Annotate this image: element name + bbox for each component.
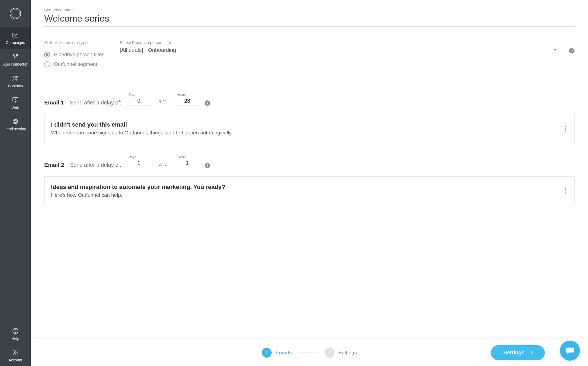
sidebar-item-lead-scoring[interactable]: Lead scoring <box>0 113 31 135</box>
step-number: 2 <box>325 348 334 358</box>
step-number: 1 <box>262 348 272 358</box>
content: Sequence name Select recipients type Pip… <box>31 0 588 366</box>
sidebar-item-label: App connector <box>3 62 28 66</box>
outfunnel-logo-icon <box>10 8 21 19</box>
filter-value: [All deals] - Onboarding <box>120 47 176 53</box>
delay-help-icon[interactable]: ? <box>205 100 210 106</box>
radio-pipedrive-filter[interactable]: Pipedrive person filter <box>44 52 104 57</box>
sidebar-item-label: Help <box>12 336 19 341</box>
email-preview: Whenever someone signs up to Outfunnel, … <box>51 130 558 136</box>
help-icon <box>12 327 19 335</box>
filter-help-icon[interactable]: ? <box>569 48 575 53</box>
main: Sequence name Select recipients type Pip… <box>31 0 588 366</box>
sidebar-item-help[interactable]: Help <box>0 323 31 344</box>
email-block-1: Email 1 Send after a delay of: Days and … <box>44 93 575 143</box>
email-block-2: Email 2 Send after a delay of: Days and … <box>44 155 575 205</box>
sidebar-item-label: Campaigns <box>6 40 25 45</box>
sidebar-item-label: Lead scoring <box>5 127 26 131</box>
sidebar-item-label: Contacts <box>8 84 23 88</box>
email-1-days-input[interactable] <box>127 97 151 106</box>
sequence-name-label: Sequence name <box>44 8 575 12</box>
sidebar-item-web[interactable]: Web <box>0 92 31 113</box>
svg-point-9 <box>14 120 17 123</box>
email-2-hours-input[interactable] <box>176 160 199 168</box>
filter-label: Select Pipedrive person filter <box>120 40 575 45</box>
svg-point-12 <box>15 352 16 354</box>
send-after-label: Send after a delay of: <box>70 162 121 168</box>
next-settings-button[interactable]: Settings <box>491 345 545 360</box>
step-label: Emails <box>275 350 292 356</box>
email-1-hours-input[interactable] <box>176 97 199 106</box>
send-after-label: Send after a delay of: <box>70 100 121 106</box>
nav: Campaigns App connector Contacts Web Lea <box>0 27 31 366</box>
chevron-right-icon <box>529 351 533 354</box>
step-label: Settings <box>338 350 357 356</box>
radio-label: Outfunnel segment <box>54 61 97 67</box>
email-title: Email 1 <box>44 99 64 106</box>
svg-point-2 <box>16 54 18 56</box>
sidebar-item-label: Account <box>9 358 22 362</box>
svg-point-11 <box>15 332 16 333</box>
sidebar: Campaigns App connector Contacts Web Lea <box>0 0 31 366</box>
step-divider <box>299 353 318 353</box>
radio-outfunnel-segment[interactable]: Outfunnel segment <box>44 61 104 67</box>
chat-icon <box>565 346 575 355</box>
svg-point-1 <box>13 54 14 56</box>
chat-fab[interactable] <box>560 341 580 361</box>
and-label: and <box>156 99 170 106</box>
target-icon <box>12 118 19 125</box>
days-label: Days <box>127 155 136 159</box>
email-card-1[interactable]: I didn't send you this email Whenever so… <box>44 114 575 143</box>
people-icon <box>12 74 19 82</box>
logo[interactable] <box>0 0 31 27</box>
next-button-label: Settings <box>503 350 525 356</box>
email-subject: Ideas and inspiration to automate your m… <box>51 184 558 191</box>
envelope-icon <box>12 31 19 39</box>
step-emails[interactable]: 1 Emails <box>262 348 292 358</box>
gear-icon <box>12 349 19 356</box>
svg-rect-0 <box>13 33 18 37</box>
sidebar-item-app-connector[interactable]: App connector <box>0 49 31 70</box>
email-card-2[interactable]: Ideas and inspiration to automate your m… <box>44 176 575 205</box>
hours-label: Hours <box>176 93 186 97</box>
connector-icon <box>12 53 19 60</box>
email-2-days-input[interactable] <box>127 160 151 168</box>
chevron-down-icon <box>553 49 557 51</box>
svg-point-7 <box>15 99 16 100</box>
radio-icon <box>44 61 50 67</box>
email-preview: Here's how Outfunnel can help. <box>51 192 558 198</box>
email-subject: I didn't send you this email <box>51 121 558 128</box>
radio-icon <box>44 52 50 57</box>
email-1-menu-button[interactable] <box>562 124 569 133</box>
delay-help-icon[interactable]: ? <box>205 163 210 168</box>
sidebar-item-account[interactable]: Account <box>0 344 31 366</box>
hours-label: Hours <box>176 155 186 159</box>
email-2-menu-button[interactable] <box>562 187 569 195</box>
recipients-heading: Select recipients type <box>44 40 104 46</box>
svg-point-5 <box>16 76 18 77</box>
step-settings[interactable]: 2 Settings <box>325 348 357 358</box>
sidebar-item-contacts[interactable]: Contacts <box>0 70 31 92</box>
radio-label: Pipedrive person filter <box>54 52 104 57</box>
pipedrive-filter-select[interactable]: [All deals] - Onboarding <box>120 45 564 56</box>
stepper: 1 Emails 2 Settings <box>262 348 357 358</box>
svg-point-3 <box>15 58 16 59</box>
monitor-icon <box>12 96 19 104</box>
sidebar-item-label: Web <box>12 105 19 110</box>
email-title: Email 2 <box>44 162 64 168</box>
sequence-name-input[interactable] <box>44 13 575 27</box>
stepper-footer: 1 Emails 2 Settings Settings <box>31 339 588 366</box>
svg-point-4 <box>14 76 16 78</box>
sidebar-item-campaigns[interactable]: Campaigns <box>0 27 31 49</box>
days-label: Days <box>127 93 136 97</box>
recipients-section: Select recipients type Pipedrive person … <box>44 40 575 71</box>
and-label: and <box>156 161 170 168</box>
